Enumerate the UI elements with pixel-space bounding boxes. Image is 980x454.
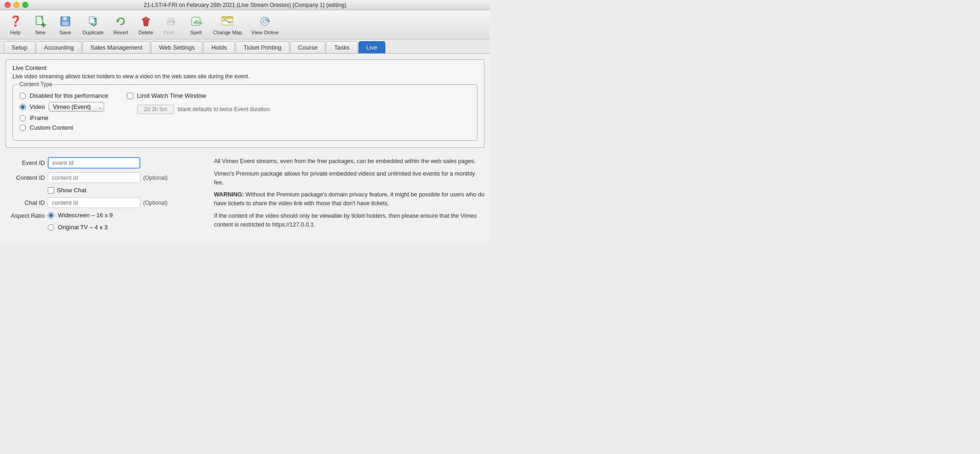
- tab-holds[interactable]: Holds: [203, 41, 234, 53]
- svg-point-23: [223, 19, 225, 21]
- duplicate-label: Duplicate: [82, 30, 104, 35]
- limit-watch-col: Limit Watch Time Window 2d 3h 5m blank d…: [127, 92, 471, 117]
- minimize-button[interactable]: [13, 2, 19, 8]
- widescreen-label: Widescreen – 16 x 9: [58, 212, 113, 219]
- radio-video-label: Video: [30, 103, 45, 110]
- event-id-input[interactable]: [48, 157, 140, 169]
- help-label: Help: [10, 30, 21, 35]
- aspect-ratio-section: Aspect Ratio Widescreen – 16 x 9 Origina…: [6, 212, 200, 233]
- content-id-input[interactable]: [48, 172, 140, 183]
- show-chat-label: Show Chat: [57, 187, 87, 194]
- window-title: 21-LST/4-FRI on February 26th 2021 (Live…: [144, 2, 346, 8]
- radio-row-custom: Custom Content: [19, 124, 108, 131]
- delete-label: Delete: [138, 30, 153, 35]
- info-para-1: All Vimeo Event streams, even from the f…: [214, 157, 484, 166]
- section-description: Live video streaming allows ticket holde…: [13, 73, 477, 80]
- event-id-label: Event ID: [6, 159, 45, 166]
- revert-button[interactable]: Revert: [109, 12, 132, 37]
- section-title: Live Content: [13, 64, 477, 71]
- limit-watch-checkbox[interactable]: [127, 93, 133, 99]
- radio-row-video: Video Vimeo (Event) ⌄: [19, 102, 108, 112]
- tab-tasks[interactable]: Tasks: [326, 41, 357, 53]
- live-content-section: Live Content Live video streaming allows…: [6, 59, 484, 148]
- form-area: Event ID Content ID (Optional) Show Chat…: [6, 153, 484, 237]
- aspect-options: Widescreen – 16 x 9 Original TV – 4 x 3: [48, 212, 113, 233]
- tab-ticket-printing[interactable]: Ticket Printing: [236, 41, 289, 53]
- radio-iframe[interactable]: [19, 115, 26, 121]
- tab-course[interactable]: Course: [290, 41, 326, 53]
- revert-label: Revert: [113, 30, 128, 35]
- help-button[interactable]: ❓ Help: [4, 12, 27, 37]
- print-button[interactable]: Print...: [159, 12, 182, 37]
- limit-watch-row: Limit Watch Time Window: [127, 92, 471, 99]
- warning-text-content: Without the Premium package's domain pri…: [214, 191, 484, 207]
- original-tv-label: Original TV – 4 x 3: [58, 224, 107, 231]
- new-label: New: [35, 30, 45, 35]
- delete-icon: [138, 14, 153, 29]
- title-bar: 21-LST/4-FRI on February 26th 2021 (Live…: [0, 0, 490, 10]
- close-button[interactable]: [5, 2, 11, 8]
- window-controls: [5, 2, 28, 8]
- maximize-button[interactable]: [22, 2, 28, 8]
- chat-id-label: Chat ID: [6, 199, 45, 206]
- change-map-button[interactable]: Change Map: [209, 12, 246, 37]
- svg-text:abc: abc: [196, 20, 202, 25]
- tab-live[interactable]: Live: [358, 41, 385, 53]
- view-online-label: View Online: [251, 30, 279, 35]
- radio-custom[interactable]: [19, 125, 26, 131]
- content-type-cols: Disabled for this performance Video Vime…: [19, 92, 471, 134]
- svg-rect-10: [89, 17, 95, 24]
- change-map-label: Change Map: [213, 30, 242, 35]
- radio-video[interactable]: [19, 104, 26, 110]
- save-label: Save: [59, 30, 71, 35]
- tab-sales-management[interactable]: Sales Management: [82, 41, 150, 53]
- svg-point-28: [266, 19, 268, 20]
- warning-para: WARNING: Without the Premium package's d…: [214, 190, 484, 208]
- content-id-optional: (Optional): [143, 175, 168, 181]
- limit-time-row: 2d 3h 5m blank defaults to twice Event d…: [137, 105, 471, 114]
- content-id-label: Content ID: [6, 174, 45, 181]
- tab-web-settings[interactable]: Web Settings: [151, 41, 202, 53]
- main-content: Live Content Live video streaming allows…: [0, 54, 490, 243]
- new-icon: [33, 14, 48, 29]
- svg-rect-22: [222, 17, 233, 19]
- revert-icon: [113, 14, 128, 29]
- info-para-3: If the content of the video should only …: [214, 212, 484, 229]
- print-icon: [163, 14, 178, 29]
- spell-button[interactable]: ✓ abc Spell: [184, 12, 207, 37]
- print-label: Print...: [163, 30, 178, 35]
- radio-original-tv[interactable]: [48, 224, 54, 231]
- video-type-dropdown-wrapper: Vimeo (Event) ⌄: [49, 102, 104, 112]
- show-chat-row: Show Chat: [48, 187, 200, 194]
- view-online-button[interactable]: View Online: [248, 12, 283, 37]
- spell-icon: ✓ abc: [188, 14, 203, 29]
- tab-setup[interactable]: Setup: [4, 41, 35, 53]
- tab-accounting[interactable]: Accounting: [36, 41, 82, 53]
- save-icon: [58, 14, 73, 29]
- aspect-original-row: Original TV – 4 x 3: [48, 224, 113, 231]
- content-type-options: Disabled for this performance Video Vime…: [19, 92, 108, 134]
- delete-button[interactable]: Delete: [134, 12, 157, 37]
- help-icon: ❓: [8, 14, 23, 29]
- duplicate-icon: [86, 14, 101, 29]
- change-map-icon: [220, 14, 235, 29]
- save-button[interactable]: Save: [54, 12, 77, 37]
- form-fields: Event ID Content ID (Optional) Show Chat…: [6, 157, 200, 233]
- radio-disabled[interactable]: [19, 93, 26, 99]
- time-hint: blank defaults to twice Event duration: [178, 106, 270, 113]
- chat-id-optional: (Optional): [143, 200, 168, 206]
- radio-custom-label: Custom Content: [30, 124, 73, 131]
- time-window-input[interactable]: 2d 3h 5m: [137, 105, 174, 114]
- radio-row-iframe: iFrame: [19, 114, 108, 121]
- svg-point-24: [229, 21, 231, 23]
- svg-rect-8: [64, 17, 66, 20]
- show-chat-checkbox[interactable]: [48, 187, 54, 194]
- new-button[interactable]: New: [29, 12, 52, 37]
- radio-widescreen[interactable]: [48, 212, 54, 219]
- chat-id-row: Chat ID (Optional): [6, 197, 200, 208]
- svg-rect-16: [169, 23, 173, 25]
- content-id-row: Content ID (Optional): [6, 172, 200, 183]
- duplicate-button[interactable]: Duplicate: [79, 12, 107, 37]
- chat-id-input[interactable]: [48, 197, 140, 208]
- video-type-dropdown[interactable]: Vimeo (Event): [49, 102, 104, 112]
